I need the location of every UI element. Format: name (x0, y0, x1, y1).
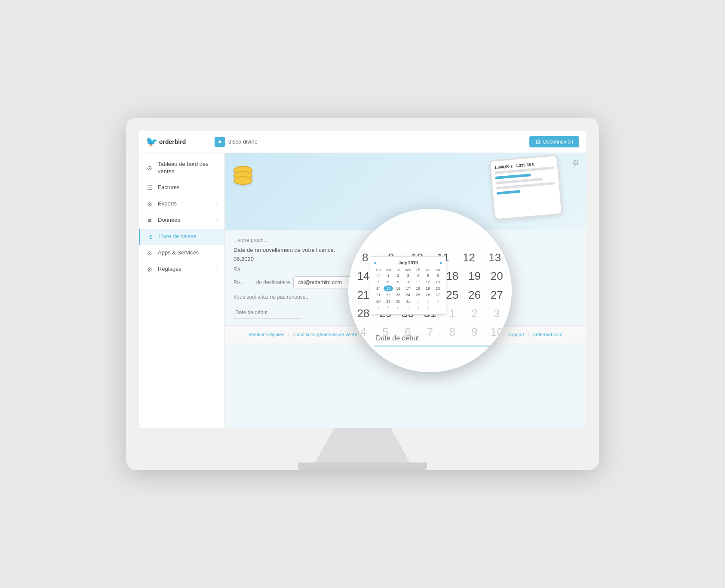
big-day[interactable]: 26 (464, 287, 485, 303)
cal-day[interactable]: 29 (384, 298, 393, 304)
logo: 🐦 orderbird (146, 136, 215, 147)
monitor-stand (315, 428, 410, 462)
banner-coins (233, 166, 252, 181)
footer-link-support[interactable]: Support (507, 332, 524, 337)
exports-icon: ⊗ (146, 200, 154, 208)
coin-3 (233, 176, 252, 185)
big-day[interactable]: 3 (486, 305, 507, 322)
recipient-label: Po... (233, 279, 244, 285)
sidebar-item-donnees[interactable]: ≡ Données › (139, 212, 224, 229)
sidebar-item-livre[interactable]: € Livre de caisse (139, 229, 224, 245)
banner-tablet: 1.000,00 € 1.233,56 € (489, 154, 563, 220)
dashboard-icon: ⊙ (146, 164, 154, 172)
cal-day[interactable]: 16 (393, 285, 403, 291)
deconnexion-button[interactable]: ⏻ Déconnexion (529, 136, 579, 147)
cal-day[interactable]: 7 (374, 279, 383, 285)
cal-next-icon[interactable]: » (440, 260, 442, 265)
cal-day[interactable]: 3 (433, 298, 442, 304)
cal-day[interactable]: 4 (374, 305, 383, 311)
cal-day[interactable]: 6 (393, 305, 403, 311)
cal-day[interactable]: 27 (433, 292, 442, 298)
cal-day[interactable]: 2 (423, 298, 433, 304)
sidebar: ⊙ Tableau de bord des ventes ☰ Factures … (139, 153, 225, 428)
monitor-screen: 🐦 orderbird ■ disco divine ⏻ Déconnexion… (139, 131, 586, 428)
logo-text: orderbird (159, 138, 186, 145)
footer-link-orderbird[interactable]: orderbird.com (533, 332, 562, 337)
cal-prev-icon[interactable]: « (374, 260, 376, 265)
cal-day[interactable]: 24 (403, 292, 413, 298)
cal-day[interactable]: 11 (413, 279, 423, 285)
sidebar-item-reglages[interactable]: ⚙ Réglages › (139, 261, 224, 278)
chevron-right-icon-3: › (216, 267, 218, 272)
cal-day[interactable]: 20 (433, 285, 442, 291)
cal-day[interactable]: 7 (403, 305, 413, 311)
topnav: 🐦 orderbird ■ disco divine ⏻ Déconnexion (139, 131, 586, 153)
cal-day[interactable]: 21 (374, 292, 383, 298)
cal-day[interactable]: 6 (433, 273, 442, 279)
magnifier-date-input-wrapper (374, 327, 486, 346)
logo-bird-icon: 🐦 (146, 136, 157, 147)
cal-day[interactable]: 3 (403, 273, 413, 279)
content-area: ⚙ 1.000,00 € 1.233,56 € (225, 153, 586, 428)
date-start-input-magnifier[interactable] (374, 331, 495, 346)
main-layout: ⊙ Tableau de bord des ventes ☰ Factures … (139, 153, 586, 428)
factures-icon: ☰ (146, 184, 154, 192)
cal-day[interactable]: 25 (413, 292, 423, 298)
sidebar-item-exports[interactable]: ⊗ Exports › (139, 196, 224, 212)
cal-day[interactable]: 30 (393, 298, 403, 304)
venue-info: ■ disco divine (215, 137, 258, 147)
cal-day[interactable]: 10 (403, 279, 413, 285)
apps-label: Apps & Services (158, 249, 218, 257)
cal-day[interactable]: 5 (384, 305, 393, 311)
sidebar-item-tableau[interactable]: ⊙ Tableau de bord des ventes (139, 156, 224, 180)
cal-day[interactable]: 12 (423, 279, 433, 285)
cal-day[interactable]: 18 (413, 285, 423, 291)
venue-name: disco divine (228, 138, 258, 145)
cal-day[interactable]: 14 (374, 285, 383, 291)
cal-day[interactable]: 28 (374, 298, 383, 304)
cal-day[interactable]: 9 (393, 279, 403, 285)
big-day[interactable]: 19 (464, 268, 485, 285)
power-icon: ⏻ (535, 139, 541, 145)
cal-day[interactable]: 22 (384, 292, 393, 298)
big-day[interactable]: 12 (456, 249, 481, 266)
chevron-right-icon: › (216, 202, 218, 206)
cal-day[interactable]: 9 (423, 305, 433, 311)
du-destinataire-label: du destinataire (256, 279, 290, 285)
sidebar-item-factures[interactable]: ☰ Factures (139, 180, 224, 196)
venue-icon: ■ (215, 137, 225, 147)
cal-day[interactable]: 19 (423, 285, 433, 291)
cal-day[interactable]: 26 (423, 292, 433, 298)
cal-day[interactable]: 13 (433, 279, 442, 285)
cal-day[interactable]: 30 (374, 273, 383, 279)
cal-day[interactable]: 5 (423, 273, 433, 279)
date-start-input-bg[interactable] (233, 307, 302, 318)
cal-day[interactable]: 8 (384, 279, 393, 285)
cal-day[interactable]: 2 (393, 273, 403, 279)
donnees-icon: ≡ (146, 217, 154, 224)
reglages-icon: ⚙ (146, 266, 154, 273)
footer-link-mentions[interactable]: Mentions légales (249, 332, 284, 337)
content-settings-icon[interactable]: ⚙ (572, 158, 579, 168)
magnifier-overlay: « July 2019 » Su Mo Tu We Th Fr (348, 209, 512, 372)
cal-day[interactable]: 8 (413, 305, 423, 311)
cal-day[interactable]: 31 (403, 298, 413, 304)
cal-today[interactable]: 15 (384, 285, 393, 291)
big-day[interactable]: 2 (464, 305, 485, 322)
cal-grid: Su Mo Tu We Th Fr Sa 30 1 2 3 (374, 268, 442, 311)
big-day[interactable]: 27 (486, 287, 507, 303)
cal-day[interactable]: 23 (393, 292, 403, 298)
monitor: 🐦 orderbird ■ disco divine ⏻ Déconnexion… (126, 118, 599, 470)
cal-month-label: July 2019 (398, 260, 418, 265)
cal-day[interactable]: 4 (413, 273, 423, 279)
chevron-right-icon-2: › (216, 218, 218, 223)
big-day[interactable]: 20 (486, 268, 507, 285)
livre-icon: € (147, 233, 155, 241)
monitor-base (298, 462, 427, 470)
footer-link-cgv[interactable]: Conditions générales de vente (293, 332, 357, 337)
sidebar-item-apps[interactable]: ⊙ Apps & Services (139, 245, 224, 261)
cal-day[interactable]: 1 (384, 273, 393, 279)
cal-day[interactable]: 17 (403, 285, 413, 291)
apps-icon: ⊙ (146, 249, 154, 257)
cal-day[interactable]: 1 (413, 298, 423, 304)
